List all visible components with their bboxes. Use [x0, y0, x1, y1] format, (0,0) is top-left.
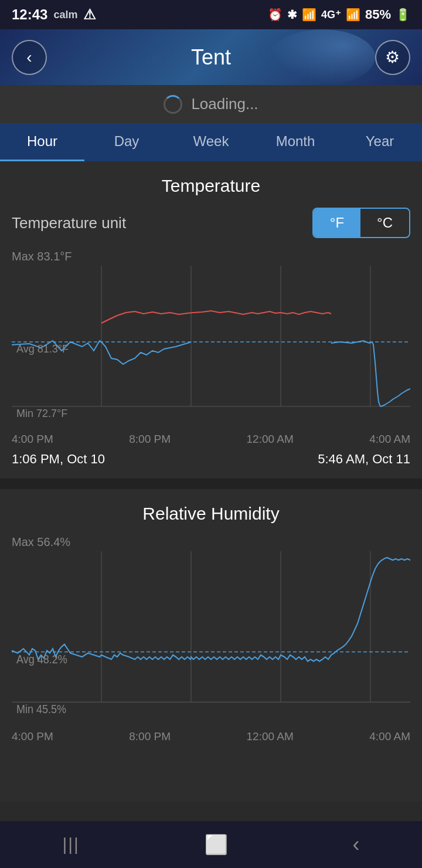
alert-icon: ⚠: [83, 6, 96, 23]
back-button[interactable]: ‹: [12, 40, 47, 75]
temperature-start-time: 1:06 PM, Oct 10: [12, 452, 105, 467]
battery-display: 85%: [365, 7, 391, 22]
tab-month[interactable]: Month: [253, 123, 338, 161]
tab-day[interactable]: Day: [84, 123, 169, 161]
humidity-chart: Avg 48.2% Min 45.5%: [12, 551, 410, 727]
fahrenheit-button[interactable]: °F: [314, 209, 360, 237]
bluetooth-icon: ✱: [287, 8, 297, 22]
temperature-x-labels: 4:00 PM 8:00 PM 12:00 AM 4:00 AM: [12, 430, 410, 446]
settings-button[interactable]: ⚙: [375, 40, 410, 75]
humidity-title: Relative Humidity: [12, 504, 410, 524]
app-header: ‹ Tent ⚙: [0, 29, 422, 85]
svg-text:Avg 81.3°F: Avg 81.3°F: [16, 343, 69, 355]
battery-icon: 🔋: [396, 8, 410, 22]
loading-text: Loading...: [191, 95, 258, 113]
back-nav-button[interactable]: ‹: [335, 826, 377, 863]
temperature-end-time: 5:46 AM, Oct 11: [318, 452, 410, 467]
tab-week[interactable]: Week: [169, 123, 253, 161]
time-display: 12:43: [12, 6, 47, 23]
tab-year[interactable]: Year: [338, 123, 422, 161]
temperature-chart: Avg 81.3°F Min 72.7°F: [12, 266, 410, 430]
wifi-icon: 📶: [302, 8, 316, 22]
temperature-section: Temperature Temperature unit °F °C Max 8…: [0, 161, 422, 479]
section-spacer: [0, 479, 422, 489]
unit-toggle[interactable]: °F °C: [312, 208, 410, 238]
status-bar: 12:43 calm ⚠ ⏰ ✱ 📶 4G⁺ 📶 85% 🔋: [0, 0, 422, 29]
home-button[interactable]: ⬜: [187, 828, 246, 862]
humidity-section: Relative Humidity Max 56.4% Avg 48.2% Mi…: [0, 489, 422, 802]
svg-text:Min 72.7°F: Min 72.7°F: [16, 408, 67, 419]
temperature-unit-row: Temperature unit °F °C: [12, 208, 410, 238]
status-left: 12:43 calm ⚠: [12, 6, 96, 23]
alarm-icon: ⏰: [268, 8, 283, 22]
settings-icon: ⚙: [385, 48, 400, 67]
humidity-x-labels: 4:00 PM 8:00 PM 12:00 AM 4:00 AM: [12, 727, 410, 743]
svg-text:Min 45.5%: Min 45.5%: [16, 703, 66, 716]
temperature-unit-label: Temperature unit: [12, 214, 126, 232]
network-icon: 4G⁺: [321, 8, 341, 21]
header-decoration: [270, 29, 375, 85]
temperature-max-label: Max 83.1°F: [12, 250, 410, 263]
signal-icon: 📶: [346, 8, 360, 22]
celsius-button[interactable]: °C: [360, 209, 409, 237]
status-right: ⏰ ✱ 📶 4G⁺ 📶 85% 🔋: [268, 7, 410, 22]
loading-bar: Loading...: [0, 85, 422, 123]
humidity-max-label: Max 56.4%: [12, 535, 410, 549]
bottom-navigation: ||| ⬜ ‹: [0, 821, 422, 868]
temperature-title: Temperature: [12, 176, 410, 196]
back-icon: ‹: [26, 48, 32, 67]
temperature-time-range: 1:06 PM, Oct 10 5:46 AM, Oct 11: [12, 452, 410, 467]
tab-hour[interactable]: Hour: [0, 123, 84, 161]
svg-text:Avg 48.2%: Avg 48.2%: [16, 653, 67, 666]
calm-icon: calm: [53, 9, 77, 21]
page-title: Tent: [191, 45, 231, 70]
menu-button[interactable]: |||: [45, 829, 97, 860]
loading-spinner: [164, 95, 182, 114]
tab-bar: Hour Day Week Month Year: [0, 123, 422, 161]
